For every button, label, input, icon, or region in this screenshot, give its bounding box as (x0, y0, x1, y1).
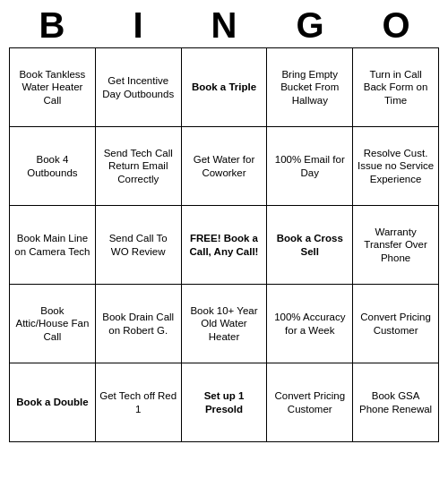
cell-r2-c3: Book a Cross Sell (267, 206, 353, 285)
bingo-letter-o: O (357, 5, 435, 46)
bingo-header: BINGO (9, 0, 439, 47)
cell-r0-c2: Book a Triple (181, 48, 267, 127)
bingo-letter-g: G (271, 5, 349, 46)
cell-r3-c2: Book 10+ Year Old Water Heater (181, 285, 267, 363)
cell-r0-c3: Bring Empty Bucket From Hallway (267, 48, 353, 127)
bingo-grid: Book Tankless Water Heater CallGet Incen… (9, 47, 439, 442)
cell-r2-c1: Send Call To WO Review (95, 206, 181, 285)
cell-r1-c0: Book 4 Outbounds (10, 127, 96, 206)
cell-r4-c4: Book GSA Phone Renewal (353, 363, 439, 442)
cell-r0-c4: Turn in Call Back Form on Time (353, 48, 439, 127)
cell-r0-c1: Get Incentive Day Outbounds (95, 48, 181, 127)
cell-r1-c2: Get Water for Coworker (181, 127, 267, 206)
cell-r1-c1: Send Tech Call Return Email Correctly (95, 127, 181, 206)
bingo-letter-b: B (13, 5, 91, 46)
cell-r2-c2: FREE! Book a Call, Any Call! (181, 206, 267, 285)
cell-r3-c3: 100% Accuracy for a Week (267, 285, 353, 363)
bingo-letter-n: N (185, 5, 263, 46)
cell-r0-c0: Book Tankless Water Heater Call (10, 48, 96, 127)
cell-r1-c3: 100% Email for Day (267, 127, 353, 206)
bingo-letter-i: I (99, 5, 177, 46)
cell-r2-c0: Book Main Line on Camera Tech (10, 206, 96, 285)
cell-r3-c1: Book Drain Call on Robert G. (95, 285, 181, 363)
cell-r4-c2: Set up 1 Presold (181, 363, 267, 442)
cell-r3-c4: Convert Pricing Customer (353, 285, 439, 363)
cell-r2-c4: Warranty Transfer Over Phone (353, 206, 439, 285)
cell-r4-c1: Get Tech off Red 1 (95, 363, 181, 442)
cell-r3-c0: Book Attic/House Fan Call (10, 285, 96, 363)
cell-r1-c4: Resolve Cust. Issue no Service Experienc… (353, 127, 439, 206)
cell-r4-c3: Convert Pricing Customer (267, 363, 353, 442)
cell-r4-c0: Book a Double (10, 363, 96, 442)
